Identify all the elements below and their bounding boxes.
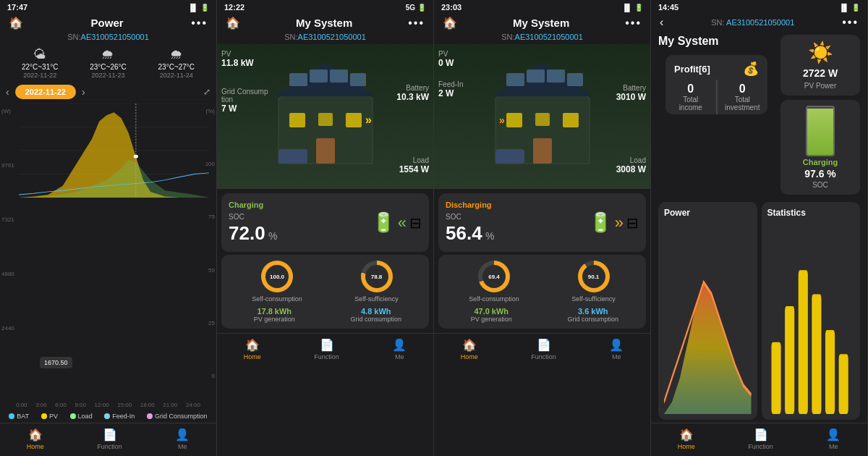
nav-home-1[interactable]: 🏠 Home: [27, 428, 44, 450]
house-svg-3: »: [481, 59, 604, 174]
circle-self-cons-2: 100.0: [261, 261, 293, 292]
nav-me-3[interactable]: 👤 Me: [609, 338, 624, 360]
status-bar-2: 12:22 5G 🔋: [217, 0, 433, 13]
expand-icon[interactable]: ⤢: [203, 87, 210, 97]
statistics-chart-card[interactable]: Statistics: [762, 202, 861, 420]
nav-me-2[interactable]: 👤 Me: [392, 338, 407, 360]
weather-temp-1: 22°C~31°C: [22, 63, 59, 71]
system-name-4: My System: [658, 35, 775, 48]
legend-bat: BAT: [9, 413, 29, 420]
weather-temp-2: 23°C~26°C: [90, 63, 127, 71]
weather-day3: 🌧 23°C~27°C 2022-11-24: [158, 47, 195, 79]
more-dots-3[interactable]: •••: [625, 17, 642, 30]
more-dots-4[interactable]: •••: [842, 16, 859, 29]
svg-rect-34: [771, 342, 780, 414]
svg-rect-24: [527, 69, 545, 83]
function-nav-icon-3: 📄: [537, 338, 551, 352]
panel-mysystem-stats: 14:45 ▐▌ 🔋 ‹ SN: AE3100521050001 ••• My …: [651, 0, 868, 456]
stat-circles-3: 69.4 Self-consumption 90.1 Self-sufficie…: [443, 261, 642, 303]
function-nav-icon-2: 📄: [320, 338, 334, 352]
house-svg-2: »: [264, 59, 387, 174]
bottom-nav-1: 🏠 Home 📄 Function 👤 Me: [0, 423, 216, 456]
chart-legend: BAT PV Load Feed-In Grid Consumption: [0, 410, 216, 423]
nav-home-2[interactable]: 🏠 Home: [244, 338, 261, 360]
svg-rect-29: [563, 113, 579, 127]
discharging-card-3: Discharging SOC 56.4 % 🔋 » ⊟: [438, 193, 646, 252]
legend-pv: PV: [41, 413, 58, 420]
home-icon-2[interactable]: 🏠: [226, 16, 240, 30]
time-2: 12:22: [224, 3, 244, 12]
nav-function-3[interactable]: 📄 Function: [531, 338, 556, 360]
total-income-col: 0 Total income: [665, 80, 717, 114]
svg-rect-36: [798, 270, 807, 414]
house-bg-2: PV 11.8 kW Grid Consump tion 7 W: [217, 44, 433, 189]
nav-function-1[interactable]: 📄 Function: [97, 428, 122, 450]
more-dots-1[interactable]: •••: [191, 17, 208, 30]
arrows-charging: «: [398, 214, 407, 232]
soc-cards-row-3: Discharging SOC 56.4 % 🔋 » ⊟: [434, 189, 650, 255]
svg-rect-39: [838, 354, 848, 414]
power-mini-chart: [664, 222, 752, 414]
bottom-nav-2: 🏠 Home 📄 Function 👤 Me: [217, 333, 433, 366]
date-next-arrow[interactable]: ›: [82, 86, 85, 98]
legend-grid: Grid Consumption: [147, 413, 208, 420]
svg-text:»: »: [499, 114, 505, 126]
home-nav-icon-1: 🏠: [28, 428, 43, 442]
svg-rect-30: [533, 138, 552, 164]
system-visual-3: PV 0 W Feed-In 2 W »: [434, 44, 650, 189]
total-investment-col: 0 Total investment: [718, 80, 768, 114]
header-4: ‹ SN: AE3100521050001 •••: [651, 13, 867, 32]
arrows-discharging: »: [615, 214, 624, 232]
time-3: 23:03: [441, 3, 461, 12]
more-dots-2[interactable]: •••: [408, 17, 425, 30]
battery-stat-3: Battery 3010 W: [616, 84, 646, 102]
solar-panel-icon: ☀️: [808, 41, 833, 64]
function-nav-icon-1: 📄: [103, 428, 117, 442]
svg-rect-11: [289, 73, 307, 86]
svg-rect-27: [506, 113, 522, 127]
nav-home-4[interactable]: 🏠 Home: [678, 428, 695, 450]
p4-charts-row: Power Statistics: [651, 199, 867, 423]
svg-rect-19: [278, 149, 307, 164]
svg-rect-18: [316, 138, 335, 164]
nav-me-4[interactable]: 👤 Me: [826, 428, 841, 450]
battery-bar-4: [806, 106, 835, 156]
svg-rect-23: [506, 73, 524, 86]
svg-rect-31: [495, 149, 524, 164]
chart-svg: [19, 104, 209, 198]
sn-1: SN:AE3100521050001: [0, 33, 216, 44]
sn-3: SN:AE3100521050001: [434, 33, 650, 44]
svg-rect-37: [812, 294, 821, 414]
weather-icon-3: 🌧: [170, 47, 183, 62]
p4-main-row: My System Profit[6] 💰 0 Total income 0 T…: [651, 32, 867, 199]
stats-card-2: 100.0 Self-consumption 78.8 Self-suffici…: [221, 255, 429, 329]
weather-day1: 🌤 22°C~31°C 2022-11-22: [22, 47, 59, 79]
header-1: 🏠 Power •••: [0, 13, 216, 33]
grid-icon-2: ⊟: [409, 214, 422, 232]
date-prev-arrow[interactable]: ‹: [6, 86, 9, 98]
time-4: 14:45: [658, 3, 678, 12]
nav-function-4[interactable]: 📄 Function: [748, 428, 773, 450]
panel3-title: My System: [457, 17, 625, 29]
home-icon-1[interactable]: 🏠: [9, 16, 23, 30]
statistics-mini-chart: [767, 222, 855, 414]
date-selected[interactable]: 2022-11-22: [15, 85, 76, 99]
legend-feedin: Feed-In: [104, 413, 135, 420]
power-chart-card[interactable]: Power: [658, 202, 757, 420]
house-bg-3: PV 0 W Feed-In 2 W »: [434, 44, 650, 189]
chart-tooltip: 1670.50: [40, 357, 72, 368]
nav-me-1[interactable]: 👤 Me: [175, 428, 190, 450]
svg-rect-28: [535, 113, 550, 126]
bottom-nav-4: 🏠 Home 📄 Function 👤 Me: [651, 423, 867, 456]
sn-2: SN:AE3100521050001: [217, 33, 433, 44]
status-bar-3: 23:03 ▐▌ 🔋: [434, 0, 650, 13]
profit-title-4: Profit[6]: [674, 64, 710, 75]
me-nav-icon-1: 👤: [175, 428, 190, 442]
nav-home-3[interactable]: 🏠 Home: [461, 338, 478, 360]
panel-mysystem-2: 12:22 5G 🔋 🏠 My System ••• SN:AE31005210…: [217, 0, 434, 456]
home-icon-3[interactable]: 🏠: [443, 16, 457, 30]
nav-function-2[interactable]: 📄 Function: [314, 338, 339, 360]
charging-card-2: Charging SOC 72.0 % 🔋 « ⊟: [221, 193, 429, 252]
time-1: 17:47: [7, 3, 27, 12]
load-stat-3: Load 3008 W: [616, 156, 646, 174]
